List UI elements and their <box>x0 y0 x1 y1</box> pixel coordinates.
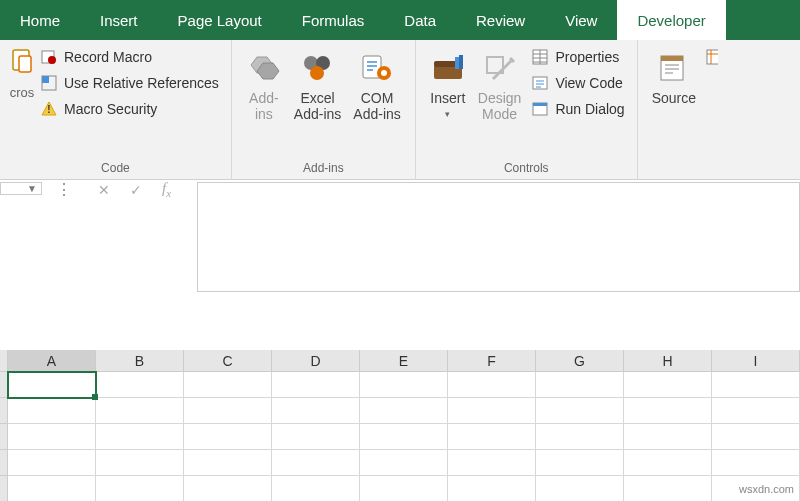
confirm-formula-icon[interactable]: ✓ <box>130 182 142 198</box>
macros-icon[interactable] <box>11 48 33 79</box>
cell[interactable] <box>96 450 184 476</box>
tab-insert[interactable]: Insert <box>80 0 158 40</box>
tab-developer[interactable]: Developer <box>617 0 725 40</box>
cell[interactable] <box>184 424 272 450</box>
col-header-c[interactable]: C <box>184 350 272 371</box>
cell[interactable] <box>536 476 624 501</box>
row-header[interactable] <box>0 372 8 398</box>
cell[interactable] <box>712 372 800 398</box>
cell[interactable] <box>8 398 96 424</box>
group-controls-label: Controls <box>424 159 629 177</box>
col-header-e[interactable]: E <box>360 350 448 371</box>
svg-point-15 <box>381 70 387 76</box>
cell[interactable] <box>624 476 712 501</box>
cell[interactable] <box>624 372 712 398</box>
toolbox-icon <box>430 50 466 86</box>
view-code-button[interactable]: View Code <box>531 72 624 94</box>
cell[interactable] <box>184 398 272 424</box>
col-header-i[interactable]: I <box>712 350 800 371</box>
cell[interactable] <box>448 398 536 424</box>
formula-input[interactable] <box>197 182 800 292</box>
cell[interactable] <box>272 476 360 501</box>
excel-addins-button[interactable]: ExcelAdd-ins <box>288 44 347 122</box>
col-header-a[interactable]: A <box>8 350 96 371</box>
svg-point-3 <box>48 56 56 64</box>
cell[interactable] <box>712 424 800 450</box>
insert-function-icon[interactable]: fx <box>162 180 181 199</box>
cell[interactable] <box>184 450 272 476</box>
tab-home[interactable]: Home <box>0 0 80 40</box>
cell[interactable] <box>360 476 448 501</box>
cell[interactable] <box>8 450 96 476</box>
xml-extra-icon[interactable] <box>706 46 714 68</box>
tab-review[interactable]: Review <box>456 0 545 40</box>
row-header[interactable] <box>0 476 8 501</box>
use-relative-references-button[interactable]: Use Relative References <box>40 72 219 94</box>
formula-bar-divider: ⋮ <box>46 180 82 199</box>
cell[interactable] <box>536 424 624 450</box>
cell[interactable] <box>448 476 536 501</box>
cell[interactable] <box>8 424 96 450</box>
svg-rect-27 <box>661 56 683 61</box>
properties-button[interactable]: Properties <box>531 46 624 68</box>
cell[interactable] <box>536 372 624 398</box>
tab-page-layout[interactable]: Page Layout <box>158 0 282 40</box>
tab-view[interactable]: View <box>545 0 617 40</box>
addins-button[interactable]: Add-ins <box>240 44 288 122</box>
select-all-corner[interactable] <box>0 350 8 371</box>
source-button[interactable]: Source <box>646 44 702 122</box>
cell[interactable] <box>96 398 184 424</box>
cell[interactable] <box>272 398 360 424</box>
record-macro-button[interactable]: Record Macro <box>40 46 219 68</box>
cell[interactable] <box>712 450 800 476</box>
cell[interactable] <box>712 398 800 424</box>
group-addins-label: Add-ins <box>240 159 407 177</box>
cell[interactable] <box>536 398 624 424</box>
svg-rect-19 <box>459 55 463 69</box>
cell[interactable] <box>360 450 448 476</box>
run-dialog-button[interactable]: Run Dialog <box>531 98 624 120</box>
cell[interactable] <box>184 476 272 501</box>
macro-security-button[interactable]: ! Macro Security <box>40 98 219 120</box>
cell[interactable] <box>272 372 360 398</box>
svg-point-12 <box>310 66 324 80</box>
cell-a1[interactable] <box>8 372 96 398</box>
tab-data[interactable]: Data <box>384 0 456 40</box>
cell[interactable] <box>536 450 624 476</box>
col-header-f[interactable]: F <box>448 350 536 371</box>
relative-references-icon <box>40 74 58 92</box>
design-mode-button[interactable]: DesignMode <box>472 44 528 122</box>
cell[interactable] <box>448 424 536 450</box>
cell[interactable] <box>360 398 448 424</box>
row-header[interactable] <box>0 398 8 424</box>
cell[interactable] <box>96 424 184 450</box>
insert-control-button[interactable]: Insert▾ <box>424 44 472 122</box>
cell[interactable] <box>624 450 712 476</box>
cell[interactable] <box>624 424 712 450</box>
col-header-d[interactable]: D <box>272 350 360 371</box>
name-box[interactable]: ▼ <box>0 182 42 195</box>
cell[interactable] <box>448 450 536 476</box>
cell[interactable] <box>360 424 448 450</box>
cell[interactable] <box>96 372 184 398</box>
col-header-b[interactable]: B <box>96 350 184 371</box>
cell[interactable] <box>624 398 712 424</box>
col-header-g[interactable]: G <box>536 350 624 371</box>
cell[interactable] <box>448 372 536 398</box>
col-header-h[interactable]: H <box>624 350 712 371</box>
table-row <box>0 424 800 450</box>
tab-formulas[interactable]: Formulas <box>282 0 385 40</box>
svg-rect-18 <box>455 57 459 69</box>
cell[interactable] <box>8 476 96 501</box>
row-header[interactable] <box>0 450 8 476</box>
cell[interactable] <box>272 450 360 476</box>
com-addins-button[interactable]: COMAdd-ins <box>347 44 406 122</box>
spreadsheet-grid: A B C D E F G H I <box>0 350 800 501</box>
cell[interactable] <box>272 424 360 450</box>
cell[interactable] <box>96 476 184 501</box>
row-header[interactable] <box>0 424 8 450</box>
cell[interactable] <box>184 372 272 398</box>
cell[interactable] <box>360 372 448 398</box>
properties-icon <box>531 48 549 66</box>
cancel-formula-icon[interactable]: ✕ <box>98 182 110 198</box>
